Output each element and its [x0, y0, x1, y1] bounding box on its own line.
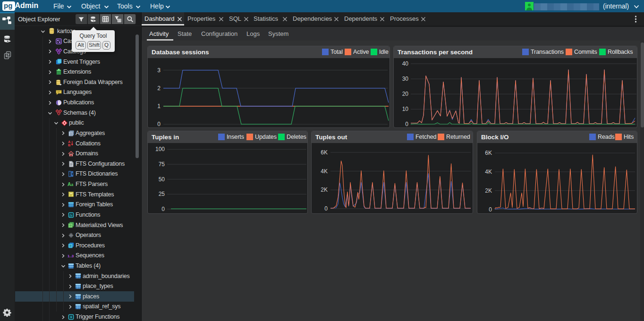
svg-text:100: 100 [155, 146, 165, 152]
svg-text:0: 0 [324, 205, 328, 212]
svg-text:0: 0 [161, 206, 165, 212]
svg-text:30: 30 [402, 76, 409, 82]
svg-text:0: 0 [405, 121, 408, 127]
svg-text:10: 10 [402, 106, 409, 112]
svg-text:2: 2 [157, 85, 161, 92]
svg-text:a: a [71, 182, 74, 187]
svg-text:1..3: 1..3 [68, 254, 74, 258]
svg-text:20: 20 [402, 91, 409, 97]
svg-text:B: B [68, 143, 71, 147]
svg-text:1: 1 [157, 103, 161, 110]
svg-text:0: 0 [489, 206, 492, 213]
svg-text:6K: 6K [485, 150, 492, 156]
svg-text:40: 40 [402, 60, 409, 67]
svg-text:75: 75 [159, 161, 165, 168]
svg-text:4K: 4K [485, 169, 492, 175]
svg-text:50: 50 [159, 176, 165, 183]
svg-text:0: 0 [157, 121, 161, 127]
svg-text:25: 25 [159, 191, 165, 197]
svg-text:2K: 2K [485, 187, 492, 194]
svg-text:6K: 6K [321, 149, 328, 156]
svg-text:2K: 2K [321, 186, 328, 193]
svg-text:3: 3 [157, 67, 161, 74]
svg-text:fx: fx [69, 212, 72, 217]
svg-text:4K: 4K [321, 168, 328, 175]
